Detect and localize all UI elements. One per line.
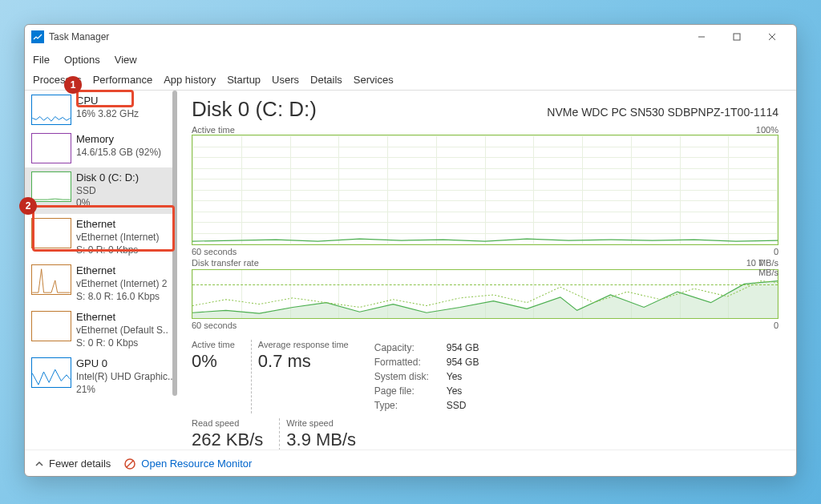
menu-file[interactable]: File [33, 54, 50, 66]
chart1-max: 100% [756, 125, 779, 135]
stat-avg-response-value: 0.7 ms [258, 351, 349, 372]
sidebar-item-gpu0[interactable]: GPU 0Intel(R) UHD Graphic..21% [25, 353, 177, 400]
stat-active-time-label: Active time [192, 340, 235, 349]
ethernet-sparkline [31, 264, 71, 295]
tab-startup[interactable]: Startup [227, 74, 261, 86]
chart1-label: Active time [192, 125, 235, 135]
footer-bar: Fewer details Open Resource Monitor [25, 450, 796, 477]
stat-write-speed-value: 3.9 MB/s [286, 429, 356, 450]
svg-rect-0 [33, 32, 42, 42]
tab-details[interactable]: Details [310, 74, 342, 86]
sidebar-item-label: Disk 0 (C: D:) [76, 171, 139, 185]
menu-options[interactable]: Options [64, 54, 100, 66]
chevron-up-icon [34, 459, 44, 469]
memory-sparkline [31, 133, 71, 163]
page-title: Disk 0 (C: D:) [192, 97, 317, 122]
close-button[interactable] [754, 25, 790, 49]
open-resource-monitor-link[interactable]: Open Resource Monitor [123, 458, 252, 470]
disk-model: NVMe WDC PC SN530 SDBPNPZ-1T00-1114 [547, 106, 779, 119]
chart2-ref: 7 MB/s [758, 258, 779, 277]
minimize-button[interactable] [684, 25, 719, 49]
ethernet-sparkline [31, 311, 71, 341]
fewer-details-button[interactable]: Fewer details [34, 458, 111, 470]
chart1-xright: 0 [774, 247, 779, 256]
sidebar-item-label: GPU 0 [76, 357, 172, 371]
active-time-chart [192, 135, 779, 245]
performance-sidebar: CPU16% 3.82 GHz Memory14.6/15.8 GB (92%)… [25, 91, 177, 450]
annotation-badge-2: 2 [19, 197, 37, 215]
stat-read-speed-value: 262 KB/s [192, 429, 263, 450]
tab-users[interactable]: Users [272, 74, 299, 86]
sidebar-item-ethernet-3[interactable]: EthernetvEthernet (Default S..S: 0 R: 0 … [25, 307, 177, 353]
window-controls [684, 25, 790, 49]
svg-rect-2 [734, 34, 740, 40]
tab-bar: Processes Performance App history Startu… [25, 70, 796, 91]
svg-line-6 [127, 461, 133, 467]
main-panel: Disk 0 (C: D:) NVMe WDC PC SN530 SDBPNPZ… [177, 91, 796, 450]
sidebar-item-label: Ethernet [76, 311, 168, 325]
resource-monitor-icon [123, 458, 136, 470]
task-manager-window: Task Manager File Options View Processes… [24, 24, 797, 477]
annotation-badge-1: 1 [64, 76, 82, 94]
chart1-xleft: 60 seconds [192, 247, 237, 256]
transfer-rate-chart [192, 269, 779, 319]
sidebar-item-disk0[interactable]: Disk 0 (C: D:)SSD0% [25, 167, 177, 214]
sidebar-item-memory[interactable]: Memory14.6/15.8 GB (92%) [25, 129, 177, 167]
window-title: Task Manager [49, 31, 109, 42]
ethernet-sparkline [31, 218, 71, 248]
cpu-sparkline [31, 95, 71, 125]
stat-read-speed-label: Read speed [192, 418, 263, 428]
sidebar-item-ethernet-1[interactable]: EthernetvEthernet (Internet)S: 0 R: 0 Kb… [25, 214, 177, 260]
menu-bar: File Options View [25, 49, 796, 70]
stat-active-time-value: 0% [192, 351, 235, 372]
stat-write-speed-label: Write speed [286, 418, 356, 428]
sidebar-item-label: Memory [76, 133, 161, 147]
chart2-xright: 0 [774, 321, 779, 330]
sidebar-item-label: Ethernet [76, 264, 167, 278]
tab-services[interactable]: Services [354, 74, 394, 86]
gpu-sparkline [31, 357, 71, 388]
app-icon [31, 30, 44, 43]
chart2-xleft: 60 seconds [192, 321, 237, 330]
disk-stats: Active time0% Average response time0.7 m… [192, 340, 779, 413]
sidebar-item-label: CPU [76, 95, 139, 108]
maximize-button[interactable] [719, 25, 754, 49]
tab-performance[interactable]: Performance [93, 74, 152, 86]
sidebar-item-ethernet-2[interactable]: EthernetvEthernet (Internet) 2S: 8.0 R: … [25, 260, 177, 307]
disk-properties: Capacity:954 GB Formatted:954 GB System … [373, 340, 481, 413]
chart2-label: Disk transfer rate [192, 258, 259, 268]
sidebar-scrollbar[interactable] [172, 91, 177, 450]
stat-avg-response-label: Average response time [258, 340, 349, 349]
tab-app-history[interactable]: App history [164, 74, 216, 86]
disk-sparkline [31, 171, 71, 202]
menu-view[interactable]: View [115, 54, 137, 66]
title-bar: Task Manager [25, 25, 796, 49]
sidebar-item-label: Ethernet [76, 218, 159, 232]
sidebar-item-cpu[interactable]: CPU16% 3.82 GHz [25, 91, 177, 129]
